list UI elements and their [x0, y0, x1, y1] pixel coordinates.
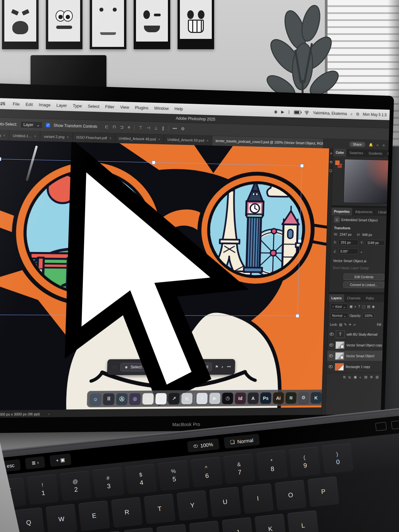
- spotlight-icon[interactable]: ⌕: [350, 111, 353, 116]
- document-tab[interactable]: ISSO Flowchart.pdf ×: [72, 132, 115, 143]
- opacity-value[interactable]: 100%: [362, 313, 374, 319]
- control-center-icon[interactable]: ⧉: [356, 111, 359, 117]
- menu-clock[interactable]: Mon May 5 1:3: [363, 112, 387, 117]
- panel-strip-icon[interactable]: ⟲: [329, 160, 332, 165]
- dock-app-icon[interactable]: Ⓐ: [116, 393, 128, 405]
- layer-visibility-eye-icon[interactable]: [329, 343, 333, 346]
- close-tab-icon[interactable]: ×: [67, 135, 69, 139]
- keyboard-key[interactable]: D: [91, 531, 123, 532]
- dock-app-icon[interactable]: ❀: [142, 393, 154, 405]
- properties-action-button[interactable]: Convert to Linked...: [343, 282, 384, 288]
- menu-item[interactable]: Window: [151, 105, 172, 111]
- lock-option-icon[interactable]: ✎: [344, 323, 347, 327]
- keyboard-key[interactable]: )0: [322, 443, 353, 474]
- align-icon[interactable]: ⊏: [105, 124, 109, 129]
- distribute-icon[interactable]: ⊥: [154, 126, 158, 131]
- dock-app-icon[interactable]: N: [181, 393, 193, 404]
- dock-app-icon[interactable]: Ai: [273, 392, 284, 403]
- panel-tab[interactable]: Color: [333, 149, 346, 157]
- close-tab-icon[interactable]: ×: [158, 137, 160, 141]
- layer-visibility-eye-icon[interactable]: [329, 365, 332, 368]
- keyboard-key[interactable]: %5: [158, 460, 190, 491]
- keyboard-key[interactable]: H: [189, 520, 221, 532]
- menu-item[interactable]: Layer: [54, 103, 70, 108]
- menu-item[interactable]: Plugins: [132, 105, 152, 110]
- width-value[interactable]: 2347 px: [340, 232, 352, 236]
- document-canvas[interactable]: ⋮⋮ ☻ Select subject ▦ Remove background …: [0, 140, 329, 418]
- creative-cloud-icon[interactable]: ◉: [274, 109, 278, 114]
- layers-footer-icon[interactable]: ▣: [353, 375, 357, 379]
- document-tab[interactable]: Untitled_Artwork 48.psd ×: [115, 133, 164, 144]
- document-tab[interactable]: variant 2.png ×: [40, 131, 73, 142]
- discover-bulb-icon[interactable]: ☼: [382, 143, 385, 147]
- dock-app-icon[interactable]: ☺: [90, 393, 101, 405]
- panel-tab[interactable]: Properties: [332, 207, 352, 215]
- search-icon[interactable]: ⌕: [377, 143, 379, 147]
- dock-app-icon[interactable]: ⚙: [298, 392, 309, 403]
- dock-app-icon[interactable]: A: [247, 392, 259, 404]
- color-picker-field[interactable]: [343, 159, 390, 204]
- panel-tab[interactable]: Paths: [363, 294, 376, 302]
- blend-mode-dropdown[interactable]: Normal⌄: [330, 313, 348, 318]
- dock-app-icon[interactable]: K: [311, 392, 322, 403]
- keyboard-key[interactable]: K: [254, 514, 286, 532]
- layer-filter-type-icon[interactable]: T: [358, 305, 360, 309]
- layer-row[interactable]: Rectangle 1 copy: [327, 361, 390, 372]
- angle-value-field[interactable]: 0.00°: [338, 248, 358, 254]
- align-icon[interactable]: ⊓: [113, 124, 116, 129]
- angle-caret-icon[interactable]: ⌄: [360, 249, 363, 254]
- menu-item[interactable]: Filter: [102, 104, 117, 109]
- adjustment-icon[interactable]: ◐: [221, 365, 224, 369]
- layer-row[interactable]: T with BU Study Abroad: [328, 329, 390, 340]
- keyboard-key[interactable]: L: [287, 510, 319, 532]
- keyboard-key[interactable]: Y: [176, 490, 208, 521]
- touchbar-control-icon[interactable]: [391, 420, 399, 429]
- notifications-bell-icon[interactable]: 🔔: [369, 143, 373, 147]
- foreground-background-swatches[interactable]: [333, 159, 343, 203]
- layer-visibility-eye-icon[interactable]: [330, 333, 333, 336]
- collapse-panels-icon[interactable]: »: [330, 151, 332, 156]
- document-tab[interactable]: Untitled_Artwork 50.psd ×: [164, 135, 212, 146]
- more-options-icon[interactable]: •••: [173, 126, 177, 131]
- status-chevron-icon[interactable]: ›: [48, 412, 50, 416]
- keyboard-key[interactable]: *8: [256, 450, 288, 481]
- keyboard-key[interactable]: J: [222, 517, 254, 532]
- lock-option-icon[interactable]: ✛: [348, 323, 351, 327]
- close-tab-icon[interactable]: ×: [34, 134, 37, 138]
- menu-item[interactable]: File: [10, 101, 23, 107]
- layers-footer-icon[interactable]: ▤: [364, 375, 367, 379]
- layer-row[interactable]: Vector Smart Object: [327, 350, 390, 361]
- workspace-gear-icon[interactable]: ⚙: [181, 126, 185, 131]
- panel-tab[interactable]: Gradients: [366, 149, 385, 157]
- close-tab-icon[interactable]: ×: [206, 139, 208, 143]
- dock-app-icon[interactable]: ↗: [168, 393, 180, 404]
- sliders-touch-key[interactable]: ≣ ›: [25, 456, 45, 469]
- distribute-icon[interactable]: ∥: [162, 126, 164, 131]
- panel-tab[interactable]: Libraries: [375, 208, 390, 216]
- menu-item[interactable]: Select: [85, 104, 102, 109]
- keyboard-key[interactable]: ^6: [191, 457, 222, 488]
- dock-app-icon[interactable]: ⠿: [103, 393, 115, 405]
- touchbar-control-icon[interactable]: [375, 422, 387, 431]
- layer-filter-dropdown[interactable]: ⌕ Kind ⌄: [331, 303, 347, 309]
- layers-footer-icon[interactable]: ⧉: [343, 375, 346, 379]
- screenshot-touch-key[interactable]: + ▣: [50, 454, 71, 467]
- keyboard-key[interactable]: !1: [27, 474, 59, 505]
- keyboard-key[interactable]: (9: [289, 447, 321, 477]
- keyboard-key[interactable]: U: [209, 487, 241, 518]
- x-value-field[interactable]: 291 px: [338, 239, 359, 245]
- dock-app-icon[interactable]: ✦: [197, 393, 208, 404]
- panel-tab[interactable]: Swatches: [347, 149, 366, 157]
- dock-app-icon[interactable]: Id: [235, 392, 246, 404]
- proof-zoom-touch-key[interactable]: 100%: [187, 438, 219, 452]
- select-subject-button[interactable]: ☻ Select subject: [120, 363, 159, 371]
- close-tab-icon[interactable]: ×: [3, 133, 5, 137]
- panel-tab[interactable]: Channels: [344, 294, 363, 302]
- dock-app-icon[interactable]: ◎: [129, 393, 141, 405]
- keyboard-key[interactable]: W: [46, 504, 77, 532]
- distribute-icon[interactable]: ⊣: [147, 125, 150, 130]
- properties-action-button[interactable]: Edit Contents: [343, 274, 385, 280]
- layers-footer-icon[interactable]: fx: [348, 375, 351, 379]
- share-button[interactable]: Share: [349, 142, 365, 147]
- keyboard-key[interactable]: T: [144, 493, 176, 524]
